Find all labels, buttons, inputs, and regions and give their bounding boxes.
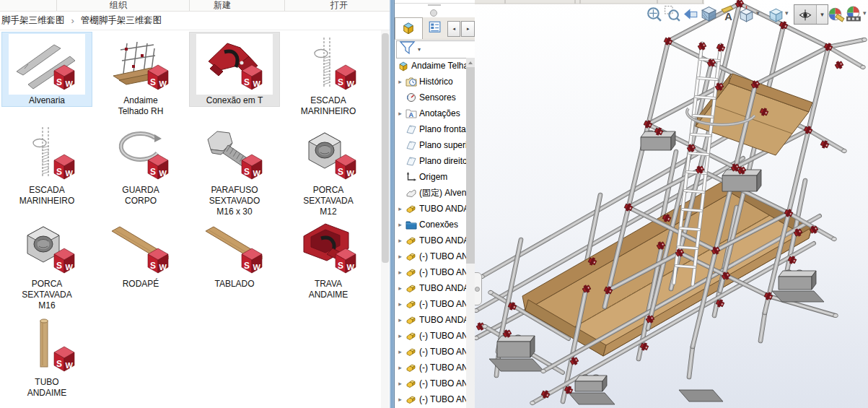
expander-icon[interactable]: ▸ (395, 332, 405, 339)
part-fixed-icon (405, 187, 417, 199)
file-item[interactable]: S WTUBOANDAIME (1, 313, 92, 399)
section-view-button[interactable] (700, 4, 718, 23)
file-item[interactable]: S WConexão em T (189, 32, 280, 107)
file-item[interactable]: S WAndaimeTelhado RH (95, 32, 186, 118)
tree-item[interactable]: ▸Conexões (395, 217, 467, 233)
expander-icon[interactable]: ▸ (395, 110, 405, 117)
expander-icon[interactable]: ▸ (395, 269, 405, 276)
svg-text:S: S (150, 261, 156, 271)
expander-icon[interactable]: ▸ (395, 316, 405, 324)
expander-icon[interactable]: ▸ (395, 364, 405, 371)
expander-icon[interactable]: ▸ (395, 253, 405, 260)
file-item-label: ESCADAMARINHEIRO (301, 95, 356, 117)
tree-item-label: (-) TUBO ANDAIME (419, 331, 467, 341)
tree-scrollbar-thumb[interactable] (466, 67, 475, 264)
file-item-label: RODAPÉ (123, 279, 159, 290)
expander-icon[interactable]: ▸ (395, 78, 405, 85)
display-style-caret-icon[interactable]: ▾ (785, 9, 789, 17)
tree-item[interactable]: ▸TUBO ANDAIME (395, 312, 467, 328)
breadcrumb-item-parent[interactable]: 脚手架三维套图 (0, 14, 66, 27)
tree-item[interactable]: ▸(-) TUBO ANDAIME (395, 328, 467, 344)
toolbar-button-organize[interactable]: 组织 (110, 0, 127, 11)
plane-icon (405, 139, 417, 151)
tree-item[interactable]: ▸(-) TUBO ANDAIME (395, 344, 467, 360)
tree-item[interactable]: ▸TUBO ANDAIME (395, 201, 467, 217)
solidworks-badge-icon: S W (54, 347, 74, 371)
file-item[interactable]: S WESCADAMARINHEIRO (283, 32, 374, 118)
expander-icon[interactable]: ▸ (395, 396, 405, 403)
explorer-scrollbar-thumb[interactable] (382, 33, 389, 263)
explorer-scrollbar[interactable] (381, 30, 389, 408)
tree-item[interactable]: ▸(-) TUBO ANDAIME (395, 376, 467, 391)
file-item[interactable]: S WTABLADO (189, 215, 280, 290)
apply-scene-button[interactable] (845, 4, 863, 23)
scroll-up-button[interactable] (466, 58, 475, 67)
tree-item[interactable]: ▸TUBO ANDAIME (395, 280, 467, 296)
expander-icon[interactable]: ▸ (395, 205, 405, 212)
file-item[interactable]: S WTRAVAANDAIME (283, 215, 374, 301)
file-item-label: GUARDACORPO (122, 185, 159, 207)
previous-view-button[interactable] (682, 4, 700, 23)
file-item[interactable]: S WRODAPÉ (95, 215, 186, 290)
panel-grip-dot-icon[interactable] (430, 9, 437, 17)
expander-icon[interactable]: ▸ (395, 237, 405, 244)
file-item[interactable]: S WPORCASEXTAVADAM12 (283, 121, 374, 218)
tree-item[interactable]: Plano direito (395, 153, 467, 169)
edit-appearance-button[interactable] (828, 4, 846, 23)
display-style-icon (767, 4, 785, 23)
tab-featuremanager[interactable] (395, 17, 423, 39)
hide-show-items-button[interactable]: ▾ (794, 4, 828, 25)
eye-icon[interactable] (794, 5, 817, 24)
expander-icon[interactable]: ▸ (395, 348, 405, 355)
breadcrumb-item-current[interactable]: 管棚脚手架三维套图 (79, 14, 164, 27)
panel-top (395, 0, 475, 19)
toolbar-button-open[interactable]: 打开 (330, 0, 348, 11)
tab-configurationmanager[interactable] (423, 17, 447, 39)
tree-item[interactable]: ▸AAnotações (395, 105, 467, 121)
tabs-scroll-left-button[interactable]: ◂ (447, 21, 461, 37)
annotation-visibility-button[interactable]: A (719, 4, 737, 23)
display-style-button[interactable] (767, 4, 785, 23)
view-orientation-caret-icon[interactable]: ▾ (756, 9, 760, 17)
tree-item[interactable]: ▸(-) TUBO ANDAIME (395, 264, 467, 280)
expander-icon[interactable]: ▸ (395, 221, 405, 228)
svg-text:W: W (347, 79, 355, 88)
toolbar-button-new[interactable]: 新建 (214, 0, 231, 11)
tree-item[interactable]: Plano frontal (395, 121, 467, 137)
zoom-to-area-button[interactable] (663, 4, 681, 23)
filter-bar[interactable]: ▾ (396, 40, 475, 58)
file-item-label: Conexão em T (206, 95, 263, 106)
tree-item[interactable]: ▸(-) TUBO ANDAIME (395, 391, 467, 407)
file-item[interactable]: S WPORCASEXTAVADAM16 (1, 215, 92, 312)
feature-tree: Andaime Telhado RH▸HistóricoSensores▸AAn… (395, 58, 467, 408)
hide-show-caret-icon[interactable]: ▾ (817, 5, 828, 24)
tree-item[interactable]: ▸TUBO ANDAIME (395, 233, 467, 248)
file-item[interactable]: S WPARAFUSOSEXTAVADOM16 x 30 (189, 121, 280, 218)
viewport-splitter-handle[interactable] (475, 272, 482, 305)
file-item[interactable]: S WESCADAMARINHEIRO (1, 121, 92, 207)
tree-item[interactable]: ▸(-) TUBO ANDAIME (395, 248, 467, 264)
tree-item[interactable]: ▸(-) TUBO ANDAIME (395, 296, 467, 312)
zoom-to-fit-button[interactable] (645, 4, 663, 23)
filter-caret-icon[interactable]: ▾ (418, 46, 421, 53)
tree-item[interactable]: ▸Histórico (395, 74, 467, 90)
model-canvas[interactable] (475, 0, 868, 408)
tree-item[interactable]: Plano superior (395, 137, 467, 153)
view-orientation-button[interactable] (737, 4, 755, 23)
file-item[interactable]: S WGUARDACORPO (95, 121, 186, 207)
tree-item[interactable]: Sensores (395, 90, 467, 105)
svg-text:S: S (244, 167, 250, 177)
tabs-scroll-right-button[interactable]: ▸ (461, 21, 475, 37)
panel-grip-icon[interactable] (428, 4, 441, 6)
tree-scrollbar[interactable] (466, 58, 475, 408)
apply-scene-caret-icon[interactable]: ▾ (863, 9, 867, 17)
expander-icon[interactable]: ▸ (395, 300, 405, 308)
tree-item[interactable]: (固定) Alvenaria (395, 185, 467, 201)
tree-item[interactable]: Origem (395, 169, 467, 185)
tree-item[interactable]: Andaime Telhado RH (395, 58, 467, 74)
tree-item[interactable]: ▸(-) TUBO ANDAIME (395, 360, 467, 376)
file-item[interactable]: S WAlvenaria (1, 32, 92, 107)
graphics-viewport[interactable]: A▾▾ ▾▾ (475, 0, 868, 408)
expander-icon[interactable]: ▸ (395, 285, 405, 292)
expander-icon[interactable]: ▸ (395, 380, 405, 387)
